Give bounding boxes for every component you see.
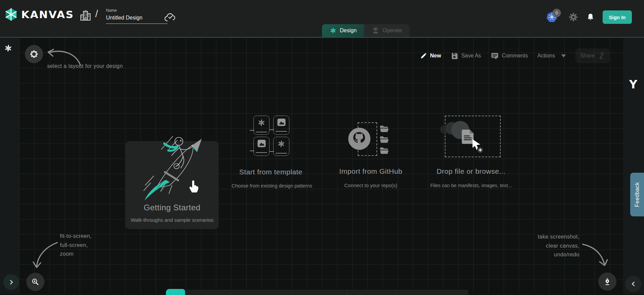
design-name-label: Name (106, 8, 168, 13)
new-label: New (430, 53, 441, 59)
comment-tool-button[interactable] (257, 290, 273, 295)
header-actions: 0 (545, 10, 632, 24)
operate-headset-icon (371, 27, 380, 35)
design-name-field: Name (106, 8, 168, 24)
spiral-icon (257, 118, 266, 127)
document-toolbar: New Save As Comments (420, 48, 610, 63)
pen-tool-button[interactable] (352, 290, 367, 295)
hand-cursor-icon (187, 178, 200, 194)
rocket-illustration (136, 131, 213, 202)
kanvas-app: KANVAS / Name (0, 0, 644, 295)
card-subtitle: Walk-throughs and sample scenarios (122, 217, 222, 223)
tab-operate-label: Operate (383, 28, 402, 34)
card-title: Getting Started (126, 203, 219, 212)
feedback-tab[interactable]: Feedback (630, 173, 644, 216)
card-title: Import from GitHub (337, 167, 404, 175)
toolbar-divider (396, 292, 396, 295)
github-octocat-icon (348, 127, 371, 150)
layout-flower-icon (30, 50, 38, 58)
share-link-icon (598, 52, 605, 59)
archive-tool-button[interactable] (401, 290, 417, 295)
settings-gear-icon[interactable] (568, 12, 578, 22)
image-icon (277, 118, 286, 126)
save-as-label: Save As (461, 53, 481, 59)
layers-tool-button[interactable] (426, 290, 441, 295)
comments-bubble-icon (491, 52, 499, 60)
pen-nib-icon (603, 277, 612, 286)
save-floppy-icon (451, 52, 458, 60)
card-subtitle: Choose from existing design patterns (225, 183, 319, 188)
select-tool-button[interactable] (166, 289, 185, 295)
toolbar-divider (230, 292, 231, 295)
notifications-bell-icon[interactable] (586, 12, 595, 22)
design-name-input[interactable] (106, 14, 168, 24)
comments-label: Comments (502, 53, 528, 59)
share-button[interactable]: Share (575, 48, 610, 63)
sign-in-button[interactable]: Sign In (603, 10, 632, 24)
breadcrumb-separator: / (95, 8, 98, 19)
pencil-tool-button[interactable] (374, 290, 390, 295)
new-button[interactable]: New (420, 52, 441, 59)
organization-icon[interactable] (78, 8, 93, 23)
mode-tabs: Design Operate (322, 24, 409, 37)
share-label: Share (580, 53, 595, 59)
help-tool-button[interactable]: ? (450, 290, 465, 295)
template-tile (253, 137, 270, 156)
credits-indicator[interactable]: 0 (545, 10, 561, 24)
design-spiral-icon (329, 27, 337, 34)
folder-icon (379, 146, 390, 156)
new-pencil-icon (420, 52, 427, 59)
collapse-right-panel-button[interactable] (625, 276, 641, 292)
feedback-label: Feedback (634, 182, 640, 207)
template-tile (253, 116, 270, 135)
image-tool-button[interactable] (279, 290, 294, 295)
canvas-frame: Y Feedback select a layout for your desi… (0, 37, 644, 293)
layout-hint-text: select a layout for your design (47, 63, 123, 69)
card-subtitle: Files can be manifests, images, text... (427, 183, 515, 188)
frame-tool-button[interactable] (325, 290, 341, 295)
chevron-down-icon (561, 54, 566, 57)
actions-dropdown[interactable]: Actions (537, 53, 566, 59)
card-title: Start from template (229, 168, 313, 176)
cursor-plus-icon (471, 138, 486, 154)
comments-button[interactable]: Comments (491, 52, 528, 60)
layout-selector-button[interactable] (25, 45, 43, 63)
y-plugin-icon[interactable]: Y (627, 78, 640, 91)
expand-left-panel-button[interactable] (3, 274, 19, 290)
magnifier-plus-icon (31, 278, 40, 286)
kubernetes-tool-button[interactable] (211, 290, 226, 295)
text-tool-button[interactable]: T (302, 290, 317, 295)
shapes-tool-button[interactable] (235, 290, 251, 295)
kanvas-hexagon-icon (4, 7, 18, 22)
brand-name: KANVAS (21, 8, 74, 20)
tab-design-label: Design (340, 28, 357, 34)
component-tool-button[interactable] (190, 290, 206, 295)
app-header: KANVAS / Name (0, 0, 644, 37)
tab-design[interactable]: Design (322, 24, 364, 37)
right-panel-strip (623, 38, 644, 294)
tab-operate[interactable]: Operate (364, 24, 409, 37)
toolbar-divider (186, 292, 186, 295)
template-tile (273, 116, 289, 135)
card-getting-started[interactable]: Getting Started Walk-throughs and sample… (126, 141, 219, 229)
actions-hint-text: take screenshot, clear canvas, undo/redo (538, 233, 579, 259)
zoom-hint-arrow (32, 240, 61, 271)
plugin-spiral-icon[interactable] (4, 44, 13, 53)
template-tile (273, 137, 289, 156)
brand-logo[interactable]: KANVAS (4, 7, 74, 22)
left-panel-strip (0, 38, 19, 294)
shape-toolbar: T (168, 290, 468, 295)
image-icon (257, 139, 266, 148)
folder-icon (379, 124, 390, 134)
spiral-icon (277, 139, 286, 148)
actions-hint-arrow (581, 241, 609, 268)
cloud-sync-icon (164, 12, 177, 23)
design-canvas[interactable] (19, 38, 623, 294)
folder-icon (379, 135, 390, 145)
zoom-hint-text: fit-to-screen, full-screen, zoom (60, 232, 92, 259)
toolbar-divider (347, 292, 347, 295)
pen-actions-button[interactable] (598, 272, 616, 291)
zoom-button[interactable] (26, 273, 44, 291)
credits-badge: 0 (552, 9, 561, 17)
save-as-button[interactable]: Save As (451, 52, 481, 60)
